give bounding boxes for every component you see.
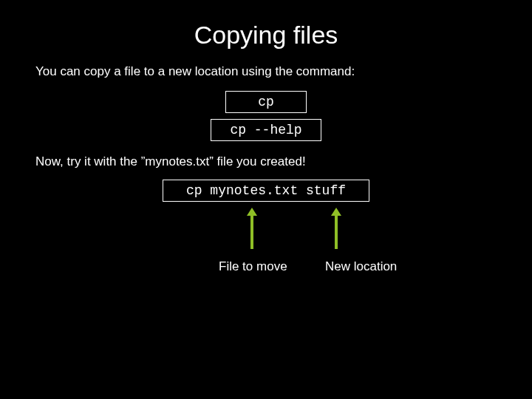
slide: Copying files You can copy a file to a n…	[0, 0, 532, 399]
arrow-up-icon	[250, 208, 254, 249]
label-new-location: New location	[325, 259, 397, 274]
command-box-cp: cp	[225, 91, 307, 113]
label-file-to-move: File to move	[219, 259, 287, 274]
try-it-text: Now, try it with the ”mynotes.txt” file …	[0, 154, 532, 169]
slide-title: Copying files	[0, 0, 532, 64]
command-box-cp-example: cp mynotes.txt stuff	[163, 180, 369, 202]
arrow-annotations	[0, 208, 532, 259]
arrow-labels: File to move New location	[0, 259, 532, 282]
arrow-up-icon	[334, 208, 338, 249]
command-box-cp-help: cp --help	[211, 119, 321, 141]
intro-text: You can copy a file to a new location us…	[0, 64, 532, 79]
